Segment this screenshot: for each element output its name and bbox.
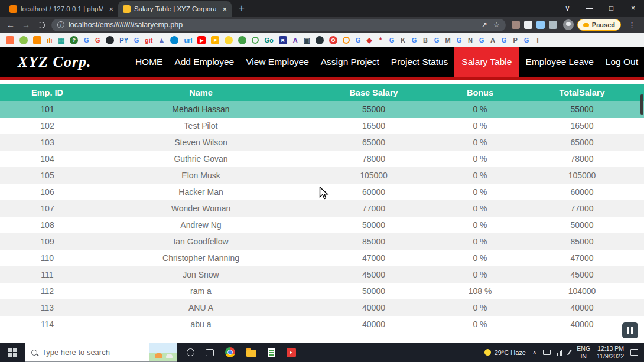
- search-highlight-image[interactable]: [149, 343, 177, 361]
- browser-tab-phpmyadmin[interactable]: localhost / 127.0.0.1 | phpMyAdm ×: [5, 1, 118, 17]
- bookmark-icon[interactable]: ılı: [47, 36, 53, 45]
- bookmark-icon[interactable]: git: [145, 36, 152, 45]
- bookmark-icon[interactable]: [6, 36, 14, 44]
- bookmark-icon[interactable]: N: [467, 36, 473, 45]
- tab-close-icon[interactable]: ×: [106, 5, 113, 14]
- bookmark-icon[interactable]: A: [292, 36, 298, 45]
- display-tray-icon[interactable]: [543, 350, 551, 355]
- new-tab-button[interactable]: +: [239, 2, 245, 14]
- bookmark-star-icon[interactable]: ☆: [493, 21, 500, 29]
- bookmark-icon[interactable]: B: [422, 36, 428, 45]
- bookmark-icon[interactable]: I: [535, 36, 541, 45]
- bookmark-icon[interactable]: Go: [264, 36, 273, 45]
- bookmark-icon[interactable]: G: [389, 36, 395, 45]
- nav-item-add-employee[interactable]: Add Employee: [168, 47, 240, 77]
- bookmark-icon[interactable]: P: [211, 36, 219, 44]
- bookmark-icon[interactable]: *: [378, 36, 383, 45]
- bookmark-icon[interactable]: M: [445, 36, 451, 45]
- start-button[interactable]: [0, 343, 25, 362]
- nav-item-project-status[interactable]: Project Status: [385, 47, 454, 77]
- language-indicator[interactable]: ENG IN: [577, 345, 590, 360]
- bookmark-icon[interactable]: G: [83, 36, 89, 45]
- extension-icon[interactable]: [536, 21, 545, 29]
- nav-item-log-out[interactable]: Log Out: [600, 47, 644, 77]
- nav-item-salary-table[interactable]: Salary Table: [454, 47, 519, 77]
- window-close-button[interactable]: ×: [622, 0, 644, 17]
- bookmark-icon[interactable]: P: [512, 36, 518, 45]
- bookmark-icon[interactable]: [33, 36, 41, 44]
- table-cell: 106: [0, 187, 95, 197]
- nav-item-home[interactable]: HOME: [129, 47, 169, 77]
- hidden-icons-chevron[interactable]: ∧: [532, 349, 536, 356]
- bookmark-icon[interactable]: [170, 36, 178, 44]
- bookmark-icon[interactable]: G: [355, 36, 361, 45]
- clock[interactable]: 12:13 PM 11/9/2022: [597, 345, 624, 360]
- browser-tab-salary-table[interactable]: Salary Table | XYZ Corporation ×: [118, 1, 232, 17]
- bookmark-icon[interactable]: G: [411, 36, 417, 45]
- bookmark-icon[interactable]: [343, 37, 350, 44]
- media-app-icon[interactable]: ▸: [287, 348, 296, 357]
- bookmark-icon[interactable]: [225, 36, 233, 44]
- back-button[interactable]: ←: [5, 20, 17, 30]
- profile-avatar[interactable]: [563, 19, 574, 30]
- taskbar-search-box[interactable]: Type here to search: [25, 343, 177, 362]
- bookmark-icon[interactable]: [106, 36, 114, 44]
- bookmark-icon[interactable]: G: [501, 36, 507, 45]
- table-cell: 50000: [520, 220, 644, 230]
- bookmark-icon[interactable]: ▦: [58, 36, 64, 45]
- site-logo[interactable]: XYZ Corp.: [18, 53, 92, 71]
- bookmark-icon[interactable]: G: [95, 36, 100, 45]
- bookmark-icon[interactable]: G: [479, 36, 484, 45]
- share-icon[interactable]: ↗: [482, 21, 487, 29]
- pen-tray-icon[interactable]: [567, 349, 572, 355]
- bookmark-icon[interactable]: ?: [70, 36, 78, 44]
- bookmark-icon[interactable]: [238, 36, 246, 44]
- reload-button[interactable]: [38, 22, 45, 28]
- nav-item-assign-project[interactable]: Assign Project: [315, 47, 385, 77]
- bookmark-icon[interactable]: ▲: [158, 36, 165, 45]
- chrome-taskbar-icon[interactable]: [225, 347, 235, 357]
- bookmark-icon[interactable]: ▶: [197, 36, 206, 44]
- bookmark-icon[interactable]: K: [400, 36, 406, 45]
- table-cell: Andrew Ng: [95, 220, 307, 230]
- sync-paused-badge[interactable]: Paused: [577, 19, 621, 31]
- bookmark-icon[interactable]: G: [434, 36, 440, 45]
- file-explorer-icon[interactable]: [246, 350, 256, 357]
- extensions-puzzle-icon[interactable]: [549, 21, 557, 29]
- bookmark-icon[interactable]: A: [490, 36, 496, 45]
- bookmark-icon[interactable]: url: [184, 36, 192, 45]
- bookmark-icon[interactable]: G: [523, 36, 529, 45]
- table-cell: 109: [0, 237, 95, 246]
- site-info-icon[interactable]: i: [57, 21, 64, 28]
- tab-close-icon[interactable]: ×: [220, 5, 227, 14]
- notification-center-icon[interactable]: [630, 349, 638, 356]
- spreadsheet-app-icon[interactable]: [268, 348, 275, 357]
- recorder-pause-button[interactable]: [622, 322, 638, 338]
- browser-menu-icon[interactable]: ⋮: [625, 21, 639, 30]
- bookmark-icon[interactable]: PY: [119, 36, 128, 45]
- bookmark-icon[interactable]: O: [329, 36, 337, 44]
- extension-icon[interactable]: [524, 21, 532, 29]
- nav-item-view-employee[interactable]: View Employee: [240, 47, 315, 77]
- task-view-icon[interactable]: [206, 349, 214, 356]
- bookmark-icon[interactable]: ▣: [304, 36, 310, 45]
- forward-button[interactable]: →: [20, 20, 32, 30]
- bookmark-icon[interactable]: ◆: [366, 36, 372, 45]
- nav-item-employee-leave[interactable]: Employee Leave: [519, 47, 599, 77]
- window-maximize-button[interactable]: □: [600, 0, 622, 17]
- bookmark-icon[interactable]: [316, 36, 324, 44]
- bookmark-icon[interactable]: R: [279, 36, 287, 44]
- weather-widget[interactable]: 29°C Haze: [484, 349, 526, 356]
- scrollbar-thumb[interactable]: [640, 94, 643, 115]
- bookmark-icon[interactable]: [252, 37, 259, 44]
- network-signal-icon[interactable]: [557, 350, 562, 356]
- cortana-icon[interactable]: [187, 348, 194, 356]
- address-bar[interactable]: i localhost/ems//////////salaryemp.php ↗…: [51, 19, 506, 31]
- window-chevron-icon[interactable]: ∨: [557, 0, 578, 17]
- bookmark-icon[interactable]: G: [456, 36, 462, 45]
- bookmark-icon[interactable]: [19, 36, 28, 44]
- window-minimize-button[interactable]: —: [578, 0, 600, 17]
- bookmark-icon[interactable]: G: [134, 36, 139, 45]
- extension-icon[interactable]: [512, 21, 520, 29]
- table-cell: 77000: [307, 204, 440, 213]
